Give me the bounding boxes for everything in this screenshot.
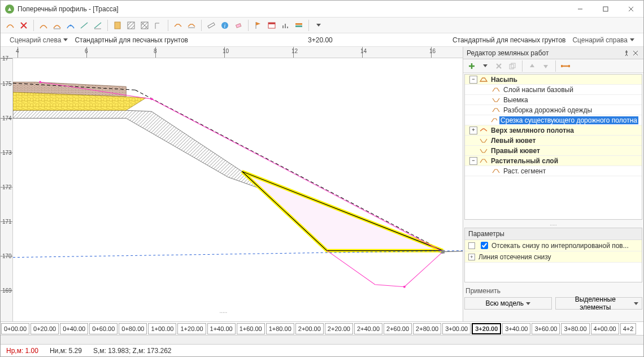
tool-eraser-icon[interactable]	[232, 19, 245, 32]
apply-all-button[interactable]: Всю модель	[464, 297, 552, 310]
tree-node-left-ditch[interactable]: Левый кювет	[465, 136, 642, 146]
param-clip-line[interactable]: + Линия отсечения снизу	[465, 251, 642, 263]
station-tab[interactable]: 0+80.00	[119, 323, 147, 334]
station-tab[interactable]: 3+80.00	[561, 323, 589, 334]
tree-node-topsoil-segment[interactable]: Раст. сегмент	[465, 166, 642, 176]
move-up-icon[interactable]	[526, 60, 538, 72]
panel-close-icon[interactable]	[631, 49, 640, 58]
stations-bar[interactable]: 0+00.000+20.000+40.000+60.000+80.001+00.…	[1, 321, 643, 335]
tool-info-icon[interactable]: i	[219, 19, 231, 32]
svg-rect-24	[208, 23, 215, 28]
maximize-button[interactable]	[593, 1, 618, 18]
tool-measure-icon[interactable]	[205, 19, 217, 32]
station-tab[interactable]: 0+40.00	[60, 323, 88, 334]
cross-section-canvas[interactable]: .....	[13, 58, 463, 321]
tool-road2-icon[interactable]	[185, 19, 198, 32]
add-icon[interactable]	[465, 60, 478, 72]
station-tab[interactable]: 1+00.00	[148, 323, 176, 334]
tool-arc3-icon[interactable]	[64, 19, 77, 32]
cut-icon	[492, 97, 500, 103]
tool-dim-icon[interactable]	[152, 19, 164, 32]
content-area: 4 6 8 10 12 14 16 17 175 174 173 172 171…	[1, 47, 643, 321]
tool-table-icon[interactable]	[266, 19, 278, 32]
tool-hatch2-icon[interactable]	[138, 19, 151, 32]
svg-rect-34	[295, 23, 302, 25]
station-tab[interactable]: 1+20.00	[177, 323, 206, 334]
status-hp: Нр,м: 1.00	[6, 347, 38, 355]
horizontal-scrollbar[interactable]	[1, 335, 643, 344]
tree-node-fill[interactable]: − Насыпь	[465, 75, 642, 85]
svg-line-56	[443, 251, 463, 252]
tool-line2-icon[interactable]	[92, 19, 104, 32]
scenario-right-dropdown[interactable]: Сценарий справа	[569, 36, 638, 44]
station-tab[interactable]: 4+00.00	[591, 323, 619, 334]
param-clip-bottom[interactable]: Отсекать снизу по интерполированой пов..…	[465, 240, 642, 251]
station-tab[interactable]: 0+00.00	[1, 323, 29, 334]
remove-icon[interactable]	[493, 60, 505, 72]
param-clip-checkbox[interactable]	[481, 242, 488, 249]
station-tab[interactable]: 3+60.00	[532, 323, 560, 334]
station-tab[interactable]: 2+20.00	[325, 323, 353, 334]
tree-node-pavement-removal[interactable]: Разборка дорожной одежды	[465, 105, 642, 115]
tool-hatch1-icon[interactable]	[125, 19, 137, 32]
station-tab[interactable]: 3+40.00	[502, 323, 530, 334]
parameters-panel: Параметры Отсекать снизу по интерполиров…	[464, 228, 642, 282]
svg-rect-35	[295, 25, 302, 27]
ditch-icon	[480, 148, 488, 154]
svg-rect-30	[268, 23, 275, 24]
tool-dropdown-icon[interactable]	[312, 19, 325, 32]
segment-icon[interactable]	[559, 60, 572, 72]
station-tab[interactable]: 1+60.00	[237, 323, 265, 334]
svg-point-52	[39, 81, 41, 83]
panel-resizer[interactable]: .....	[463, 221, 643, 227]
scenario-bar: Сценарий слева Стандартный для песчаных …	[1, 33, 643, 47]
layer-icon	[492, 87, 500, 93]
tool-arc2-icon[interactable]	[51, 19, 63, 32]
copy-icon[interactable]	[506, 60, 519, 72]
tool-flag-icon[interactable]	[252, 19, 264, 32]
tool-chart-icon[interactable]	[279, 19, 291, 32]
tree-node-existing-road-cut[interactable]: Срезка существующего дорожного полотна	[465, 115, 642, 125]
minimize-button[interactable]	[567, 1, 593, 18]
move-down-icon[interactable]	[539, 60, 552, 72]
scenario-right-value: Стандартный для песчаных грунтов	[452, 36, 566, 44]
close-button[interactable]	[618, 1, 643, 18]
tree-node-subgrade-top[interactable]: + Верх земляного полотна	[465, 125, 642, 136]
tool-clipboard-icon[interactable]	[111, 19, 124, 32]
tree-node-topsoil[interactable]: − Растительный слой	[465, 156, 642, 166]
station-tab[interactable]: 1+40.00	[207, 323, 236, 334]
apply-panel: Применить Всю модель Выделенные элементы	[464, 286, 642, 310]
removal-icon	[492, 107, 500, 113]
station-tab[interactable]: 1+80.00	[266, 323, 294, 334]
svg-rect-32	[285, 24, 286, 28]
tool-arc1-icon[interactable]	[37, 19, 50, 32]
tool-road1-icon[interactable]	[172, 19, 184, 32]
scenario-left-dropdown[interactable]: Сценарий слева	[6, 36, 71, 44]
earthworks-tree[interactable]: − Насыпь Слой насыпи базовый Выемка	[464, 74, 642, 220]
tool-line-icon[interactable]	[78, 19, 90, 32]
station-tab[interactable]: 0+20.00	[31, 323, 59, 334]
station-tab[interactable]: 2+60.00	[384, 323, 412, 334]
station-tab[interactable]: 3+20.00	[472, 323, 501, 334]
app-window: ▲ Поперечный профиль - [Трасса] i	[0, 0, 644, 357]
svg-point-54	[403, 286, 406, 288]
tree-node-right-ditch[interactable]: Правый кювет	[465, 146, 642, 156]
tool-layers-icon[interactable]	[293, 19, 305, 32]
station-tab[interactable]: 0+60.00	[89, 323, 118, 334]
svg-rect-68	[561, 65, 563, 67]
station-tab[interactable]: 2+40.00	[354, 323, 382, 334]
pin-icon[interactable]	[622, 49, 631, 58]
station-tab[interactable]: 2+00.00	[295, 323, 324, 334]
status-hi: Ни,м: 5.29	[50, 347, 82, 355]
tool-delete-icon[interactable]	[18, 19, 30, 32]
add-dropdown-icon[interactable]	[479, 60, 491, 72]
apply-selected-button[interactable]: Выделенные элементы	[555, 297, 643, 310]
station-tab[interactable]: 4+2	[620, 323, 637, 334]
tree-node-base-layer[interactable]: Слой насыпи базовый	[465, 85, 642, 95]
tree-node-cut[interactable]: Выемка	[465, 95, 642, 105]
ruler-vertical: 17 175 174 173 172 171 170 169	[1, 58, 13, 321]
roadcut-icon	[491, 117, 498, 123]
tool-profile-icon[interactable]	[4, 19, 16, 32]
station-tab[interactable]: 3+00.00	[442, 323, 471, 334]
station-tab[interactable]: 2+80.00	[413, 323, 441, 334]
